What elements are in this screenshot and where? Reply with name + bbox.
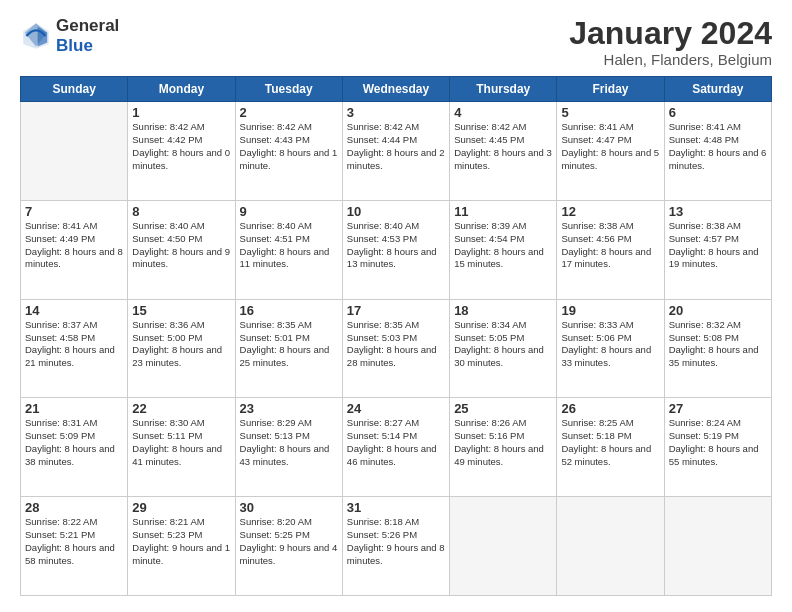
day-info: Sunrise: 8:25 AM Sunset: 5:18 PM Dayligh… [561,417,659,468]
day-number: 18 [454,303,552,318]
day-number: 4 [454,105,552,120]
weekday-header-thursday: Thursday [450,77,557,102]
month-title: January 2024 [569,16,772,51]
day-cell: 23Sunrise: 8:29 AM Sunset: 5:13 PM Dayli… [235,398,342,497]
day-cell: 16Sunrise: 8:35 AM Sunset: 5:01 PM Dayli… [235,299,342,398]
day-cell: 19Sunrise: 8:33 AM Sunset: 5:06 PM Dayli… [557,299,664,398]
day-info: Sunrise: 8:37 AM Sunset: 4:58 PM Dayligh… [25,319,123,370]
day-cell: 5Sunrise: 8:41 AM Sunset: 4:47 PM Daylig… [557,102,664,201]
day-cell: 6Sunrise: 8:41 AM Sunset: 4:48 PM Daylig… [664,102,771,201]
day-cell: 7Sunrise: 8:41 AM Sunset: 4:49 PM Daylig… [21,200,128,299]
week-row-4: 21Sunrise: 8:31 AM Sunset: 5:09 PM Dayli… [21,398,772,497]
day-number: 22 [132,401,230,416]
day-number: 13 [669,204,767,219]
day-cell: 27Sunrise: 8:24 AM Sunset: 5:19 PM Dayli… [664,398,771,497]
header: General Blue January 2024 Halen, Flander… [20,16,772,68]
logo-text: General Blue [56,16,119,55]
day-number: 21 [25,401,123,416]
day-info: Sunrise: 8:33 AM Sunset: 5:06 PM Dayligh… [561,319,659,370]
title-block: January 2024 Halen, Flanders, Belgium [569,16,772,68]
day-number: 2 [240,105,338,120]
logo-blue: Blue [56,36,119,56]
day-info: Sunrise: 8:36 AM Sunset: 5:00 PM Dayligh… [132,319,230,370]
day-cell: 26Sunrise: 8:25 AM Sunset: 5:18 PM Dayli… [557,398,664,497]
day-cell: 11Sunrise: 8:39 AM Sunset: 4:54 PM Dayli… [450,200,557,299]
logo-general: General [56,16,119,36]
day-info: Sunrise: 8:40 AM Sunset: 4:51 PM Dayligh… [240,220,338,271]
day-cell [557,497,664,596]
day-cell: 1Sunrise: 8:42 AM Sunset: 4:42 PM Daylig… [128,102,235,201]
day-info: Sunrise: 8:35 AM Sunset: 5:01 PM Dayligh… [240,319,338,370]
day-cell: 15Sunrise: 8:36 AM Sunset: 5:00 PM Dayli… [128,299,235,398]
day-cell: 22Sunrise: 8:30 AM Sunset: 5:11 PM Dayli… [128,398,235,497]
day-info: Sunrise: 8:42 AM Sunset: 4:44 PM Dayligh… [347,121,445,172]
day-info: Sunrise: 8:18 AM Sunset: 5:26 PM Dayligh… [347,516,445,567]
day-cell: 13Sunrise: 8:38 AM Sunset: 4:57 PM Dayli… [664,200,771,299]
day-cell [664,497,771,596]
day-cell: 14Sunrise: 8:37 AM Sunset: 4:58 PM Dayli… [21,299,128,398]
day-info: Sunrise: 8:31 AM Sunset: 5:09 PM Dayligh… [25,417,123,468]
day-cell: 31Sunrise: 8:18 AM Sunset: 5:26 PM Dayli… [342,497,449,596]
weekday-header-friday: Friday [557,77,664,102]
day-number: 17 [347,303,445,318]
day-info: Sunrise: 8:24 AM Sunset: 5:19 PM Dayligh… [669,417,767,468]
weekday-header-row: SundayMondayTuesdayWednesdayThursdayFrid… [21,77,772,102]
day-cell: 4Sunrise: 8:42 AM Sunset: 4:45 PM Daylig… [450,102,557,201]
day-cell: 9Sunrise: 8:40 AM Sunset: 4:51 PM Daylig… [235,200,342,299]
week-row-3: 14Sunrise: 8:37 AM Sunset: 4:58 PM Dayli… [21,299,772,398]
day-info: Sunrise: 8:41 AM Sunset: 4:47 PM Dayligh… [561,121,659,172]
calendar-body: 1Sunrise: 8:42 AM Sunset: 4:42 PM Daylig… [21,102,772,596]
day-info: Sunrise: 8:32 AM Sunset: 5:08 PM Dayligh… [669,319,767,370]
day-info: Sunrise: 8:42 AM Sunset: 4:43 PM Dayligh… [240,121,338,172]
day-cell [21,102,128,201]
weekday-header-sunday: Sunday [21,77,128,102]
week-row-2: 7Sunrise: 8:41 AM Sunset: 4:49 PM Daylig… [21,200,772,299]
day-number: 26 [561,401,659,416]
day-number: 11 [454,204,552,219]
day-number: 9 [240,204,338,219]
day-number: 29 [132,500,230,515]
week-row-1: 1Sunrise: 8:42 AM Sunset: 4:42 PM Daylig… [21,102,772,201]
day-number: 30 [240,500,338,515]
day-info: Sunrise: 8:38 AM Sunset: 4:56 PM Dayligh… [561,220,659,271]
day-cell [450,497,557,596]
day-cell: 12Sunrise: 8:38 AM Sunset: 4:56 PM Dayli… [557,200,664,299]
day-info: Sunrise: 8:34 AM Sunset: 5:05 PM Dayligh… [454,319,552,370]
day-info: Sunrise: 8:35 AM Sunset: 5:03 PM Dayligh… [347,319,445,370]
weekday-header-wednesday: Wednesday [342,77,449,102]
day-number: 7 [25,204,123,219]
day-info: Sunrise: 8:26 AM Sunset: 5:16 PM Dayligh… [454,417,552,468]
day-cell: 25Sunrise: 8:26 AM Sunset: 5:16 PM Dayli… [450,398,557,497]
day-number: 24 [347,401,445,416]
day-number: 25 [454,401,552,416]
day-number: 28 [25,500,123,515]
day-number: 16 [240,303,338,318]
day-number: 14 [25,303,123,318]
day-number: 20 [669,303,767,318]
day-info: Sunrise: 8:42 AM Sunset: 4:45 PM Dayligh… [454,121,552,172]
day-number: 31 [347,500,445,515]
day-number: 12 [561,204,659,219]
weekday-header-monday: Monday [128,77,235,102]
day-info: Sunrise: 8:40 AM Sunset: 4:50 PM Dayligh… [132,220,230,271]
day-cell: 18Sunrise: 8:34 AM Sunset: 5:05 PM Dayli… [450,299,557,398]
logo-icon [20,20,52,52]
day-number: 8 [132,204,230,219]
day-number: 15 [132,303,230,318]
day-cell: 30Sunrise: 8:20 AM Sunset: 5:25 PM Dayli… [235,497,342,596]
day-number: 10 [347,204,445,219]
day-info: Sunrise: 8:39 AM Sunset: 4:54 PM Dayligh… [454,220,552,271]
week-row-5: 28Sunrise: 8:22 AM Sunset: 5:21 PM Dayli… [21,497,772,596]
weekday-header-tuesday: Tuesday [235,77,342,102]
day-cell: 24Sunrise: 8:27 AM Sunset: 5:14 PM Dayli… [342,398,449,497]
day-info: Sunrise: 8:41 AM Sunset: 4:49 PM Dayligh… [25,220,123,271]
day-number: 5 [561,105,659,120]
day-info: Sunrise: 8:22 AM Sunset: 5:21 PM Dayligh… [25,516,123,567]
day-info: Sunrise: 8:41 AM Sunset: 4:48 PM Dayligh… [669,121,767,172]
day-number: 27 [669,401,767,416]
location-subtitle: Halen, Flanders, Belgium [569,51,772,68]
day-number: 1 [132,105,230,120]
day-cell: 28Sunrise: 8:22 AM Sunset: 5:21 PM Dayli… [21,497,128,596]
day-cell: 29Sunrise: 8:21 AM Sunset: 5:23 PM Dayli… [128,497,235,596]
day-number: 19 [561,303,659,318]
